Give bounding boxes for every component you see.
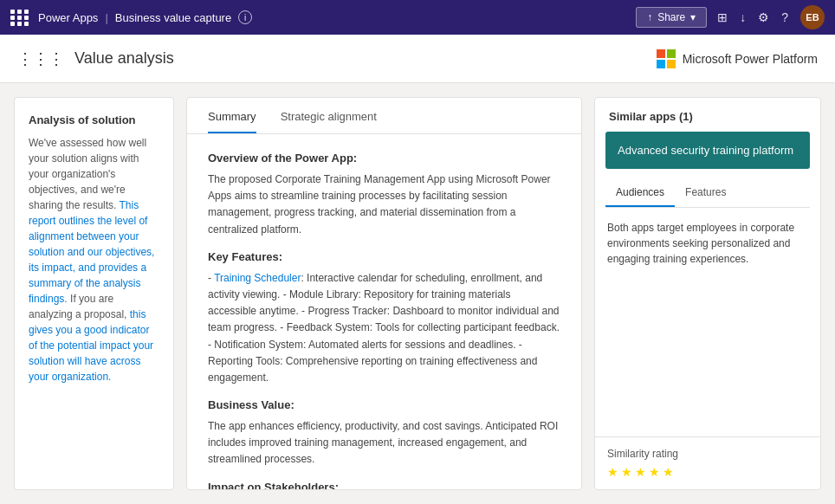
business-text: The app enhances efficiency, productivit…: [208, 418, 560, 468]
chevron-down-icon: ▾: [690, 11, 696, 23]
top-navigation: Power Apps | Business value capture i ↑ …: [0, 0, 835, 35]
ms-logo: Microsoft Power Platform: [657, 49, 818, 68]
tabs: Summary Strategic alignment: [187, 98, 581, 134]
business-title: Business Value:: [208, 398, 560, 411]
similar-apps-heading: Similar apps (1): [609, 110, 806, 123]
stakeholders-title: Impact on Stakeholders:: [208, 481, 560, 489]
tab-strategic-alignment[interactable]: Strategic alignment: [281, 98, 377, 133]
features-title: Key Features:: [208, 250, 560, 263]
page-name: Business value capture: [115, 11, 231, 24]
info-icon[interactable]: i: [238, 10, 252, 24]
star-5: ★: [663, 465, 674, 479]
left-panel-text: We've assessed how well your solution al…: [29, 135, 159, 384]
app-name: Power Apps: [38, 11, 98, 24]
center-panel: Summary Strategic alignment Overview of …: [186, 97, 582, 490]
business-section: Business Value: The app enhances efficie…: [208, 398, 560, 468]
star-2: ★: [621, 465, 632, 479]
nav-icons: ⊞ ↓ ⚙ ? EB: [717, 5, 825, 29]
nav-separator: |: [105, 11, 107, 24]
main-content: Analysis of solution We've assessed how …: [0, 83, 835, 504]
share-button[interactable]: ↑ Share ▾: [636, 7, 707, 28]
help-icon[interactable]: ?: [781, 10, 788, 24]
similarity-label: Similarity rating: [607, 448, 808, 460]
grid-icon[interactable]: ⋮⋮⋮: [17, 49, 64, 68]
waffle-icon[interactable]: [10, 10, 29, 26]
right-panel-header: Similar apps (1): [595, 98, 820, 132]
avatar[interactable]: EB: [800, 5, 825, 29]
features-text: - Training Scheduler: Interactive calend…: [208, 270, 560, 386]
tab-audiences[interactable]: Audiences: [605, 179, 675, 207]
settings-icon[interactable]: ⚙: [758, 10, 769, 24]
similarity-section: Similarity rating ★ ★ ★ ★ ★: [595, 436, 820, 489]
overview-section: Overview of the Power App: The proposed …: [208, 152, 560, 238]
star-rating: ★ ★ ★ ★ ★: [607, 465, 808, 479]
left-panel-heading: Analysis of solution: [29, 113, 159, 126]
app-tabs: Audiences Features: [605, 179, 810, 208]
page-title: Value analysis: [74, 49, 657, 68]
ms-squares-icon: [657, 49, 676, 68]
tab-summary[interactable]: Summary: [208, 98, 256, 133]
star-4: ★: [649, 465, 660, 479]
star-3: ★: [635, 465, 646, 479]
stakeholders-section: Impact on Stakeholders: Primary stakehol…: [208, 481, 560, 489]
features-section: Key Features: - Training Scheduler: Inte…: [208, 250, 560, 386]
audiences-text: Both apps target employees in corporate …: [607, 220, 808, 267]
share-icon: ↑: [647, 11, 652, 23]
tab-features[interactable]: Features: [675, 179, 736, 207]
similar-app-title: Advanced security training platform: [618, 144, 793, 157]
tab-content: Overview of the Power App: The proposed …: [187, 134, 581, 489]
download-icon[interactable]: ↓: [740, 10, 746, 24]
overview-text: The proposed Corporate Training Manageme…: [208, 171, 560, 238]
ms-brand-text: Microsoft Power Platform: [683, 52, 818, 66]
left-panel: Analysis of solution We've assessed how …: [14, 97, 174, 490]
right-panel-body: Both apps target employees in corporate …: [595, 208, 820, 436]
page-header: ⋮⋮⋮ Value analysis Microsoft Power Platf…: [0, 35, 835, 83]
overview-title: Overview of the Power App:: [208, 152, 560, 165]
table-icon[interactable]: ⊞: [717, 10, 728, 24]
right-panel: Similar apps (1) Advanced security train…: [594, 97, 821, 490]
similar-app-card[interactable]: Advanced security training platform: [605, 132, 810, 169]
star-1: ★: [607, 465, 618, 479]
